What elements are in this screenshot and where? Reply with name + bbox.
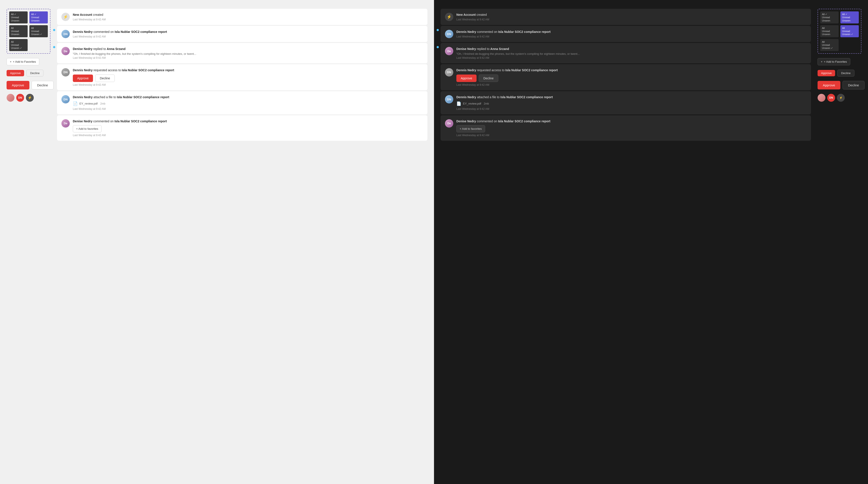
filter-option-5[interactable]: AllUnreadUnseen ✓: [9, 39, 28, 51]
avatar-user1-light: [7, 94, 14, 102]
action-row-large-light: Approve Decline: [7, 81, 51, 90]
notif-item-file-dark: DN Dennis Nedry attached a file to Isla …: [441, 91, 811, 115]
filter-option-3[interactable]: AllUnreadUnseen: [9, 25, 28, 37]
notif-content-comment-dark: Dennis Nedry commented on Isla Nublar SO…: [456, 30, 807, 38]
notif-time-file-dark: Last Wednesday at 9:42 AM: [456, 107, 807, 110]
filter-option-d4[interactable]: AllUnreadUnseen ✓: [840, 25, 859, 37]
avatar-lightning-light: ⚡: [26, 94, 34, 102]
avatar-row-light: DN ⚡: [7, 94, 51, 102]
notif-item-favorites-dark: De Denise Nedry commented on Isla Nublar…: [441, 115, 811, 141]
approve-small-btn-dark[interactable]: Approve: [817, 70, 835, 76]
notif-item-access-light: DN Dennis Nedry requested access to Isla…: [57, 64, 427, 91]
notif-title-reply-dark: Denise Nedry replied to Anna Srzand: [456, 47, 807, 51]
sidebar-light: All ✓UnreadUnseen All ✓UnreadUnseen AllU…: [7, 9, 51, 475]
sidebar-dark: All ✓UnreadUnseen All ✓UnreadUnseen AllU…: [817, 9, 861, 475]
filter-option-d3[interactable]: AllUnreadUnseen: [820, 25, 839, 37]
filter-option-4[interactable]: AllUnreadUnseen ✓: [29, 25, 48, 37]
unread-dot-comment-dark: [437, 29, 439, 31]
filter-option-d1[interactable]: All ✓UnreadUnseen: [820, 11, 839, 24]
notif-time-favorites-dark: Last Wednesday at 9:42 AM: [456, 134, 807, 137]
notif-item-reply-dark: De Denise Nedry replied to Anna Srzand "…: [441, 43, 811, 63]
notif-title-account-light: New Account created: [73, 13, 423, 17]
file-name-light: EY_review.pdf: [80, 102, 98, 105]
filter-option-1[interactable]: All ✓UnreadUnseen: [9, 11, 28, 24]
notif-quote-light: "Oh, I finished de-bugging the phones, b…: [73, 52, 423, 56]
notif-content-access-light: Dennis Nedry requested access to Isla Nu…: [73, 68, 423, 87]
filter-widget-dark: All ✓UnreadUnseen All ✓UnreadUnseen AllU…: [817, 9, 861, 54]
inline-actions-dark: Approve Decline: [456, 74, 807, 82]
notif-time-access-light: Last Wednesday at 9:42 AM: [73, 83, 423, 86]
notif-title-favorites-dark: Denise Nedry commented on Isla Nublar SO…: [456, 119, 807, 124]
inline-approve-btn-dark[interactable]: Approve: [456, 74, 476, 82]
file-size-light: 2mb: [100, 102, 105, 105]
notif-content-file-dark: Dennis Nedry attached a file to Isla Nub…: [456, 95, 807, 110]
inline-approve-btn-light[interactable]: Approve: [73, 74, 93, 82]
avatar-dennis2-dark: DN: [445, 95, 453, 103]
filter-option-2[interactable]: All ✓UnreadUnseen: [29, 11, 48, 24]
feed-dark: ⚡ New Account created Last Wednesday at …: [441, 9, 811, 475]
panel-light: All ✓UnreadUnseen All ✓UnreadUnseen AllU…: [0, 0, 434, 484]
notif-content-reply-light: Denise Nedry replied to Anna Srzand "Oh,…: [73, 47, 423, 59]
file-attachment-light: 📄 EY_review.pdf 2mb: [73, 101, 423, 106]
avatar-denise2-light: De: [61, 119, 70, 128]
notif-item-account-light: ⚡ New Account created Last Wednesday at …: [57, 9, 427, 25]
inline-decline-btn-dark[interactable]: Decline: [479, 74, 498, 82]
notif-time-reply-light: Last Wednesday at 9:42 AM: [73, 56, 423, 59]
avatar-denise-dark: De: [445, 47, 453, 55]
file-size-dark: 2mb: [484, 102, 489, 105]
notif-item-account-dark: ⚡ New Account created Last Wednesday at …: [441, 9, 811, 25]
avatar-dn-dark: DN: [827, 94, 835, 102]
filter-option-d2[interactable]: All ✓UnreadUnseen: [840, 11, 859, 24]
avatar-user1-dark: [817, 94, 826, 102]
add-favorites-sidebar-btn-dark[interactable]: + + Add to Favorites: [817, 58, 850, 65]
inline-actions-light: Approve Decline: [73, 74, 423, 82]
add-favorites-inline-btn-light[interactable]: + Add to favorites: [73, 125, 101, 132]
add-favorites-sidebar-btn[interactable]: + + Add to Favorites: [7, 58, 39, 65]
unread-dot-reply-light: [53, 46, 55, 48]
avatar-denise-light: De: [61, 47, 70, 55]
notif-item-comment-dark: DN Dennis Nedry commented on Isla Nublar…: [441, 26, 811, 42]
notif-content-favorites-light: Denise Nedry commented on Isla Nublar SO…: [73, 119, 423, 137]
avatar-dn-light: DN: [16, 94, 24, 102]
notif-title-access-light: Dennis Nedry requested access to Isla Nu…: [73, 68, 423, 72]
add-favorites-inline-btn-dark[interactable]: + Add to favorites: [456, 125, 485, 132]
decline-small-btn-light[interactable]: Decline: [26, 70, 43, 76]
notif-item-file-light: DN Dennis Nedry attached a file to Isla …: [57, 91, 427, 115]
notif-content-favorites-dark: Denise Nedry commented on Isla Nublar SO…: [456, 119, 807, 137]
feed-light: ⚡ New Account created Last Wednesday at …: [57, 9, 427, 475]
notif-item-comment-light: DN Dennis Nedry commented on Isla Nublar…: [57, 26, 427, 42]
notif-item-favorites-light: De Denise Nedry commented on Isla Nublar…: [57, 115, 427, 141]
plus-icon: +: [10, 60, 11, 63]
notif-title-access-dark: Dennis Nedry requested access to Isla Nu…: [456, 68, 807, 72]
avatar-req-light: DN: [61, 68, 70, 76]
notif-time-favorites-light: Last Wednesday at 9:42 AM: [73, 134, 423, 137]
avatar-denise2-dark: De: [445, 119, 453, 128]
action-row-large-dark: Approve Decline: [817, 81, 861, 90]
decline-small-btn-dark[interactable]: Decline: [837, 70, 854, 76]
notif-title-file-light: Dennis Nedry attached a file to Isla Nub…: [73, 95, 423, 99]
notif-time-comment-dark: Last Wednesday at 9:42 AM: [456, 35, 807, 38]
approve-small-btn-light[interactable]: Approve: [7, 70, 24, 76]
inline-decline-btn-light[interactable]: Decline: [95, 74, 115, 82]
notif-title-comment-dark: Dennis Nedry commented on Isla Nublar SO…: [456, 30, 807, 34]
unread-dot-light: [53, 29, 55, 31]
approve-large-btn-dark[interactable]: Approve: [817, 81, 840, 90]
panel-dark: ⚡ New Account created Last Wednesday at …: [434, 0, 868, 484]
filter-option-d5[interactable]: AllUnreadUnseen ✓: [820, 39, 839, 51]
plus-icon-dark: +: [821, 60, 823, 63]
decline-large-btn-dark[interactable]: Decline: [843, 81, 865, 90]
decline-large-btn-light[interactable]: Decline: [32, 81, 54, 90]
notif-time-reply-dark: Last Wednesday at 9:42 AM: [456, 56, 807, 59]
action-row-small-light: Approve Decline: [7, 70, 51, 76]
notif-time-access-dark: Last Wednesday at 9:42 AM: [456, 83, 807, 86]
notif-content-account-dark: New Account created Last Wednesday at 9:…: [456, 13, 807, 21]
notif-time-account-light: Last Wednesday at 9:42 AM: [73, 18, 423, 21]
avatar-dennis-light: DN: [61, 30, 70, 38]
notif-quote-dark: "Oh, I finished de-bugging the phones, b…: [456, 52, 807, 56]
approve-large-btn-light[interactable]: Approve: [7, 81, 29, 90]
file-attachment-dark: 📄 EY_review.pdf 2mb: [456, 101, 807, 106]
filter-widget-light: All ✓UnreadUnseen All ✓UnreadUnseen AllU…: [7, 9, 51, 54]
notif-title-reply-light: Denise Nedry replied to Anna Srzand: [73, 47, 423, 51]
avatar-lightning-dark: ⚡: [837, 94, 845, 102]
notif-title-comment-light: Dennis Nedry commented on Isla Nublar SO…: [73, 30, 423, 34]
